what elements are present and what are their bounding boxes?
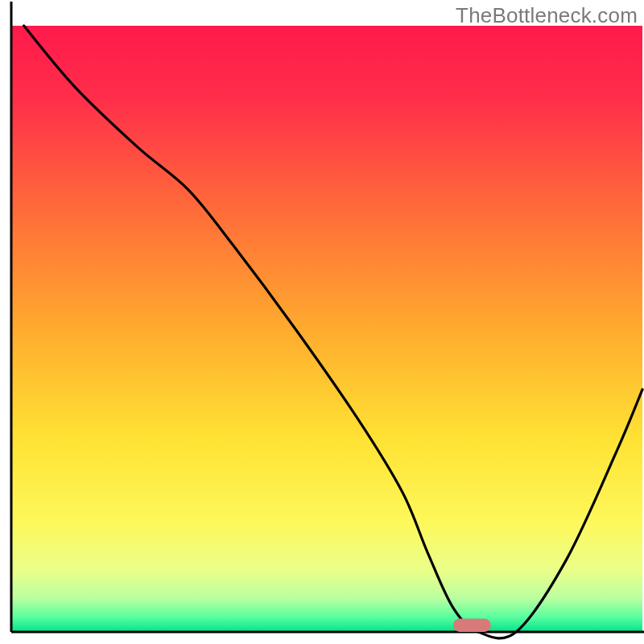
bottleneck-chart [0, 0, 644, 644]
watermark-text: TheBottleneck.com [456, 3, 638, 28]
chart-container: TheBottleneck.com [0, 0, 644, 644]
optimal-marker [453, 618, 491, 632]
